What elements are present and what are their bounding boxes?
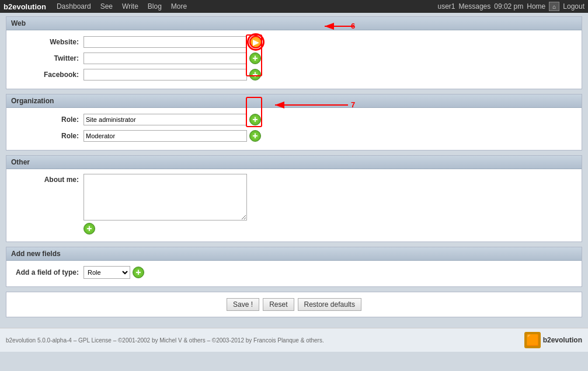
logout-link[interactable]: Logout: [563, 2, 584, 10]
about-row: About me: +: [13, 174, 575, 235]
save-button[interactable]: Save !: [227, 298, 259, 311]
other-section: Other About me: +: [6, 155, 582, 242]
add-fields-header: Add new fields: [6, 247, 582, 261]
website-field-area: ▶ 6: [83, 36, 262, 48]
annotation-6: 6: [351, 22, 355, 30]
twitter-field-area: +: [83, 52, 261, 64]
org-section-body: Role: + Role: + 7: [6, 108, 582, 150]
messages-link[interactable]: Messages: [459, 2, 491, 10]
time-display: 09:02 pm: [494, 2, 523, 10]
role1-input[interactable]: [83, 114, 247, 125]
other-section-header: Other: [6, 156, 582, 169]
role2-row: Role: +: [13, 129, 575, 143]
website-add-btn[interactable]: ▶: [249, 36, 262, 48]
organization-section: Organization Role: + Role: +: [6, 94, 582, 150]
username: user1: [438, 2, 455, 10]
main-content: Web Website: ▶ 6: [0, 13, 588, 328]
other-section-body: About me: +: [6, 169, 582, 242]
footer-logo: 🟧 b2evolution: [524, 332, 582, 348]
about-add-btn[interactable]: +: [83, 223, 95, 235]
role1-row: Role: +: [13, 113, 575, 127]
role2-field-area: +: [83, 130, 261, 142]
role2-label: Role:: [13, 132, 83, 140]
brand-logo[interactable]: b2evolution: [4, 2, 46, 11]
org-section-header: Organization: [6, 94, 582, 108]
nav-dashboard[interactable]: Dashboard: [52, 2, 96, 10]
reset-button[interactable]: Reset: [263, 298, 294, 311]
annotation-7: 7: [351, 100, 355, 109]
twitter-input[interactable]: [83, 52, 247, 64]
about-label: About me:: [13, 174, 83, 184]
home-link[interactable]: Home: [527, 2, 545, 10]
topbar-right: user1 Messages 09:02 pm Home ⌂ Logout: [438, 2, 585, 11]
nav-more[interactable]: More: [166, 2, 192, 10]
home-icon[interactable]: ⌂: [549, 2, 559, 11]
restore-button[interactable]: Restore defaults: [298, 298, 361, 311]
add-field-btn[interactable]: +: [133, 267, 144, 278]
twitter-label: Twitter:: [13, 54, 83, 62]
web-section: Web Website: ▶ 6: [6, 16, 582, 89]
role2-input[interactable]: [83, 130, 247, 142]
add-fields-body: Add a field of type: Role Text URL Email…: [6, 261, 582, 286]
role1-field-area: +: [83, 114, 261, 125]
footer-logo-text: b2evolution: [543, 336, 582, 344]
role2-add-btn[interactable]: +: [249, 130, 261, 142]
topbar: b2evolution Dashboard See Write Blog Mor…: [0, 0, 588, 13]
nav-write[interactable]: Write: [117, 2, 143, 10]
field-type-select[interactable]: Role Text URL Email Phone: [83, 266, 130, 279]
website-input[interactable]: [83, 36, 247, 48]
about-field-area: +: [83, 174, 247, 235]
footer: b2evolution 5.0.0-alpha-4 – GPL License …: [0, 328, 588, 352]
footer-text: b2evolution 5.0.0-alpha-4 – GPL License …: [6, 337, 324, 344]
nav-blog[interactable]: Blog: [143, 2, 166, 10]
twitter-row: Twitter: +: [13, 51, 575, 65]
facebook-add-btn[interactable]: +: [249, 69, 261, 80]
facebook-field-area: +: [83, 69, 261, 80]
add-field-area: Role Text URL Email Phone +: [83, 266, 144, 279]
role1-add-btn[interactable]: +: [249, 114, 261, 125]
role1-label: Role:: [13, 116, 83, 124]
add-field-row: Add a field of type: Role Text URL Email…: [13, 265, 575, 279]
twitter-add-btn[interactable]: +: [249, 52, 261, 64]
buttons-panel: Save ! Reset Restore defaults: [6, 292, 582, 317]
website-row: Website: ▶ 6: [13, 35, 575, 49]
facebook-row: Facebook: +: [13, 68, 575, 82]
facebook-label: Facebook:: [13, 71, 83, 79]
topbar-left: b2evolution Dashboard See Write Blog Mor…: [4, 2, 192, 11]
web-section-header: Web: [6, 17, 582, 30]
nav-see[interactable]: See: [96, 2, 117, 10]
footer-logo-icon: 🟧: [524, 332, 541, 348]
about-textarea[interactable]: [83, 174, 247, 220]
add-field-label: Add a field of type:: [13, 268, 83, 276]
add-fields-section: Add new fields Add a field of type: Role…: [6, 247, 582, 287]
facebook-input[interactable]: [83, 69, 247, 80]
web-section-body: Website: ▶ 6: [6, 30, 582, 89]
website-label: Website:: [13, 38, 83, 46]
